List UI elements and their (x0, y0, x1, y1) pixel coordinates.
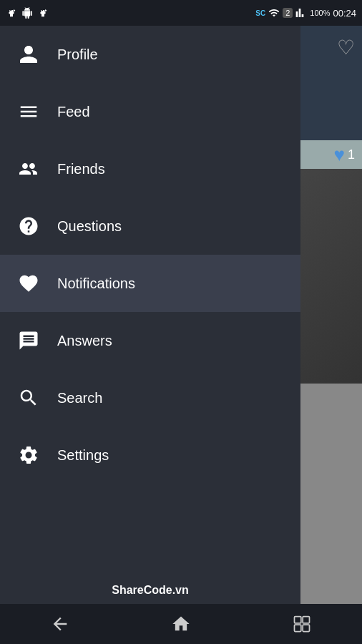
right-panel: ♡ ♥ 1 (300, 26, 362, 604)
friends-icon (14, 158, 43, 180)
svg-rect-3 (303, 625, 309, 631)
right-top-section: ♡ (300, 26, 362, 140)
heart-count: 1 (348, 147, 355, 162)
nav-item-profile[interactable]: Profile (0, 26, 300, 83)
brand-logo: SC (255, 9, 265, 17)
bottom-bar (0, 604, 362, 644)
search-icon (14, 387, 43, 409)
sidebar: Profile Feed Friends Questions (0, 26, 300, 604)
nav-item-settings[interactable]: Settings (0, 426, 300, 484)
heart-count-section: ♥ 1 (300, 140, 362, 169)
nav-item-friends[interactable]: Friends (0, 140, 300, 197)
home-button[interactable] (157, 608, 205, 640)
usb2-icon (37, 7, 49, 19)
settings-icon (14, 444, 43, 466)
android-icon (21, 7, 33, 19)
nav-label-questions: Questions (57, 218, 286, 235)
question-icon (14, 215, 43, 237)
nav-item-questions[interactable]: Questions (0, 197, 300, 255)
svg-rect-1 (294, 625, 300, 631)
brand-label: ShareCode.vn (112, 584, 189, 596)
right-bottom-section (300, 169, 362, 384)
nav-item-feed[interactable]: Feed (0, 83, 300, 140)
nav-label-search: Search (57, 390, 286, 406)
answers-icon (14, 330, 43, 351)
status-left-icons (6, 7, 49, 19)
nav-label-friends: Friends (57, 161, 286, 177)
sim-badge: 2 (283, 8, 293, 18)
wifi-icon (268, 7, 280, 19)
usb-icon (6, 7, 17, 19)
signal-icon (295, 7, 307, 19)
heart-empty-area: ♡ (300, 26, 362, 69)
nav-label-notifications: Notifications (57, 275, 286, 292)
status-time: 00:24 (333, 8, 356, 19)
svg-rect-2 (303, 617, 309, 623)
nav-item-notifications[interactable]: Notifications (0, 255, 300, 312)
nav-label-answers: Answers (57, 333, 286, 349)
recents-button[interactable] (278, 608, 326, 640)
main-container: Profile Feed Friends Questions (0, 26, 362, 604)
nav-label-settings: Settings (57, 447, 286, 464)
battery-percent: 100% (310, 9, 330, 17)
status-bar: SC 2 100% 00:24 (0, 0, 362, 26)
feed-icon (14, 101, 43, 122)
heart-empty-icon: ♡ (337, 36, 355, 59)
heart-blue-icon: ♥ (334, 144, 345, 166)
sidebar-footer: ShareCode.vn (0, 572, 300, 604)
back-button[interactable] (36, 608, 84, 640)
nav-item-search[interactable]: Search (0, 369, 300, 426)
nav-item-answers[interactable]: Answers (0, 312, 300, 369)
status-right-icons: SC 2 100% 00:24 (255, 7, 356, 19)
person-icon (14, 44, 43, 65)
heart-icon (14, 273, 43, 294)
svg-rect-0 (294, 617, 300, 623)
nav-label-feed: Feed (57, 104, 286, 120)
nav-label-profile: Profile (57, 47, 286, 63)
